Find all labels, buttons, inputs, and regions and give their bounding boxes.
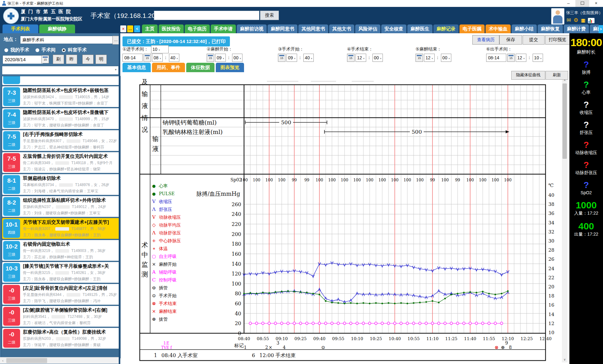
tab-麻醉计费[interactable]: 麻醉计费 xyxy=(564,24,589,33)
tab-主页[interactable]: 主页 xyxy=(142,24,158,33)
action-提交[interactable]: 提交 xyxy=(523,35,545,45)
minute-select[interactable]: 10▾ xyxy=(533,54,543,62)
surgery-item-10-3[interactable]: 10-3三级[膝关节镜]关节镜下半月板修整成形术+关骨一科病房3215， T14… xyxy=(2,262,120,283)
mail-icon[interactable]: ✉ xyxy=(567,18,571,23)
radio-手术间[interactable]: 手术间 xyxy=(35,47,56,53)
tab-电子医嘱[interactable]: 电子医嘱 xyxy=(459,24,485,33)
tab-风险评估[interactable]: 风险评估 xyxy=(355,24,380,33)
date-button-昨[interactable]: 昨 xyxy=(66,55,77,64)
hour-select[interactable]: 09▾ xyxy=(286,54,297,62)
tab-安全核查[interactable]: 安全核查 xyxy=(381,24,406,33)
hour-select[interactable]: 09▾ xyxy=(215,54,226,62)
chart-button-刷新[interactable]: 刷新 xyxy=(546,71,568,80)
hour-select[interactable]: 12▾ xyxy=(516,54,526,62)
avatar[interactable] xyxy=(551,8,564,24)
surgery-item-partial[interactable]: 三级泌尿外科病房3409， T149000，男，12岁主刀：邬宇龙，蛛网膜下腔阻… xyxy=(2,76,120,85)
calendar-icon[interactable] xyxy=(416,54,423,62)
tab-麻醉恢复[interactable]: 麻醉恢复 xyxy=(538,24,563,33)
action-打印预览[interactable]: 打印预览 xyxy=(545,35,570,45)
chart-button-隐藏体征曲线[interactable]: 隐藏体征曲线 xyxy=(511,71,545,80)
hour-select[interactable]: 12▾ xyxy=(424,54,435,62)
radio-我的手术[interactable]: 我的手术 xyxy=(4,47,29,53)
surgery-item-7-5[interactable]: 7-5二级[右手]手拇指多指畸形切除术手足显微外科病房6307， T149046… xyxy=(2,130,120,151)
hour-select[interactable]: 08▾ xyxy=(152,54,163,62)
radio-科室手术[interactable]: 科室手术 xyxy=(62,47,87,53)
tab-麻醉小结[interactable]: 麻醉小结 xyxy=(512,24,537,33)
scrollbar-thumb[interactable] xyxy=(562,83,567,159)
scrollbar-thumb[interactable] xyxy=(6,358,47,363)
surgery-item--0[interactable]: -0三级[左足]趾骨骨折复位内固定术+[左足]清创手足显微外科病房6344， T… xyxy=(2,284,120,305)
search-button[interactable]: 搜索 xyxy=(260,11,279,20)
surgery-item-10-1[interactable]: 10-1四级关节镜下左后交叉韧带重建术+[左膝关节]骨一科病房3207， T14… xyxy=(2,218,120,239)
minimize-button[interactable]: – xyxy=(562,0,575,7)
side-tab-麻醉镇静[interactable]: 麻醉镇静 xyxy=(39,24,75,33)
tabs-scroll-right-button[interactable]: > xyxy=(599,25,603,33)
minute-select[interactable]: 40▾ xyxy=(169,54,180,62)
tab-其他同意书[interactable]: 其他同意书 xyxy=(298,24,328,33)
tab-麻醉同意书[interactable]: 麻醉同意书 xyxy=(268,24,297,33)
date-field[interactable]: 08-14 xyxy=(122,54,143,62)
surgery-item-8-1[interactable]: 8-1二级双侧扁桃体切除术耳鼻喉科病房3734， T148976，女，26岁主刀… xyxy=(2,174,120,195)
minute-select[interactable]: 40▾ xyxy=(303,54,314,62)
surgery-item-7-3[interactable]: 7-3三级隐匿性阴茎延长术+包皮环切术+嵌顿包茎泌尿外科病房3424， T149… xyxy=(2,86,120,107)
calendar-icon[interactable] xyxy=(507,54,515,62)
tab-医技报告[interactable]: 医技报告 xyxy=(159,24,184,33)
search-input[interactable] xyxy=(154,11,259,20)
maximize-button[interactable] xyxy=(575,0,589,7)
tab-麻醉记录[interactable]: 麻醉记录 xyxy=(433,24,459,33)
tab-麻醉后访视[interactable]: 麻醉后访视 xyxy=(590,24,599,33)
filter-dropdown[interactable] xyxy=(2,66,119,75)
tab-术中输血[interactable]: 术中输血 xyxy=(486,24,511,33)
chart-vertical-scrollbar[interactable]: ∧ ∨ xyxy=(562,77,568,362)
calendar-icon[interactable] xyxy=(144,54,151,62)
tab-mini-button-1[interactable]: … xyxy=(127,25,133,32)
scroll-down-icon[interactable]: ∨ xyxy=(562,357,568,362)
calendar-icon[interactable] xyxy=(207,54,214,62)
tab-mini-button-2[interactable]: < xyxy=(134,25,140,32)
surgery-item-10-2[interactable]: 10-2三级右锁骨内固定物取出术骨一科病房3219， T149003，男，38岁… xyxy=(2,240,120,261)
date-field[interactable]: 08-14 xyxy=(486,54,506,62)
hour-select[interactable]: 12▾ xyxy=(356,54,366,62)
action-查看病历[interactable]: 查看病历 xyxy=(472,35,499,45)
svg-text:测: 测 xyxy=(142,270,148,278)
date-button-今[interactable]: 今 xyxy=(82,55,94,64)
subtab-用药、事件[interactable]: 用药、事件 xyxy=(152,63,185,72)
tab-其他文书[interactable]: 其他文书 xyxy=(329,24,354,33)
location-input[interactable]: 麻醉手术科 xyxy=(20,36,116,44)
subtab-体征数据[interactable]: 体征数据 xyxy=(186,63,215,72)
surgery-item-7-4[interactable]: 7-4三级隐匿性阴茎延长术+包皮环切术+显微镜下泌尿外科病房3470， T148… xyxy=(2,108,120,129)
minute-select[interactable]: 00▾ xyxy=(232,54,243,62)
calendar-icon[interactable] xyxy=(41,55,49,63)
chart-icon[interactable] xyxy=(588,18,595,23)
date-button-刷[interactable]: 刷 xyxy=(53,55,64,64)
surgery-item-7-5[interactable]: 7-5三级左肱骨髁上骨折切开复位克氏针内固定术骨二科病房3349， T14911… xyxy=(2,152,120,173)
coins-icon[interactable] xyxy=(581,18,585,23)
tab-电子病历[interactable]: 电子病历 xyxy=(185,24,210,33)
svg-text:液: 液 xyxy=(142,102,148,110)
surgery-item--0[interactable]: -0二级肛瘘切除术+高位（复杂性）肛瘘挂线术肛肠科病房N203， T149098… xyxy=(2,328,120,349)
tab-麻醉医生[interactable]: 麻醉医生 xyxy=(407,24,432,33)
tab-麻醉前访视[interactable]: 麻醉前访视 xyxy=(237,24,267,33)
tab-手术申请[interactable]: 手术申请 xyxy=(211,24,236,33)
calendar-icon[interactable] xyxy=(347,54,355,62)
surgery-item--0[interactable]: -0三级[左侧]腹腔镜下单侧输卵管切除术+[右侧]妇科病房3541， T1274… xyxy=(2,306,120,327)
minute-select[interactable]: 00▾ xyxy=(441,54,452,62)
sidebar-horizontal-scrollbar[interactable]: ‹ xyxy=(0,357,120,364)
surgery-item-8-2[interactable]: 8-2二级组织选择性直肠粘膜环切术+外痔切除术肛肠科病房N237， T14901… xyxy=(2,196,120,217)
svg-text:260: 260 xyxy=(231,201,241,207)
action-保存[interactable]: 保存 xyxy=(499,35,522,45)
minute-select[interactable]: 00▾ xyxy=(372,54,383,62)
room-select[interactable]: 10▾ xyxy=(151,45,169,53)
subtab-图表预览[interactable]: 图表预览 xyxy=(216,63,244,72)
date-button-明[interactable]: 明 xyxy=(95,55,107,64)
side-tab-手术列表[interactable]: 手术列表 xyxy=(3,24,38,33)
gear-icon[interactable]: ⚙ xyxy=(573,18,578,23)
calendar-icon[interactable] xyxy=(278,54,285,62)
location-more-button[interactable]: … xyxy=(112,36,119,45)
svg-text:100: 100 xyxy=(278,178,285,182)
date-input[interactable]: 2020/8/14 xyxy=(3,55,43,64)
tab-mini-button-0[interactable]: × xyxy=(120,25,126,32)
scroll-left-icon[interactable]: ‹ xyxy=(0,357,6,364)
close-button[interactable]: × xyxy=(589,0,603,7)
subtab-基本信息[interactable]: 基本信息 xyxy=(122,63,151,72)
